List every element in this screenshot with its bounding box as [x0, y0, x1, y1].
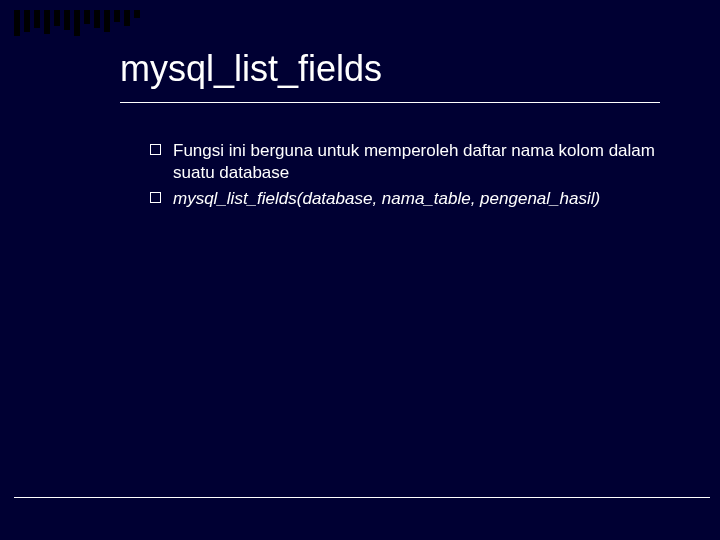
square-bullet-icon [150, 192, 161, 203]
bullet-list: Fungsi ini berguna untuk memperoleh daft… [150, 140, 668, 213]
footer-rule [14, 497, 710, 498]
decorative-bars [14, 10, 140, 36]
title-underline [120, 102, 660, 103]
list-item-text: Fungsi ini berguna untuk memperoleh daft… [173, 140, 668, 184]
square-bullet-icon [150, 144, 161, 155]
list-item: mysql_list_fields(database, nama_table, … [150, 188, 668, 210]
slide-title: mysql_list_fields [120, 48, 382, 90]
list-item-text: mysql_list_fields(database, nama_table, … [173, 188, 668, 210]
slide: mysql_list_fields Fungsi ini berguna unt… [0, 0, 720, 540]
list-item: Fungsi ini berguna untuk memperoleh daft… [150, 140, 668, 184]
